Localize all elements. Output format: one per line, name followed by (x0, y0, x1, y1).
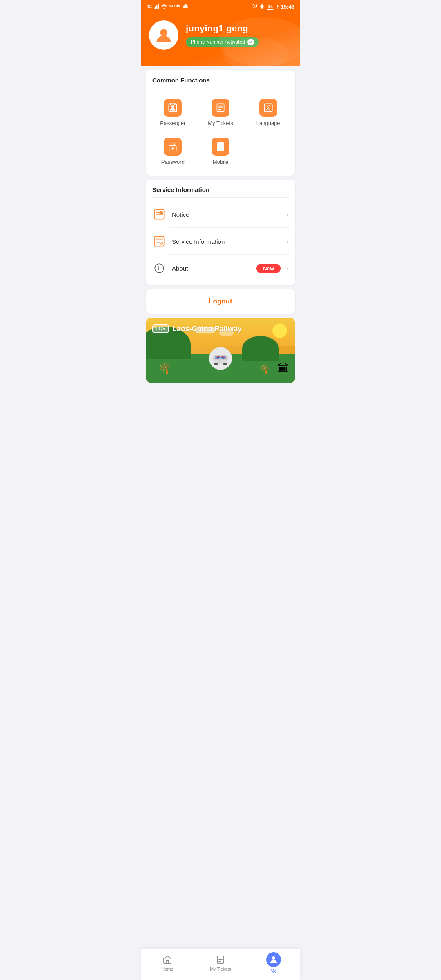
svg-text:A: A (269, 105, 271, 108)
svg-rect-4 (261, 4, 263, 8)
my-tickets-svg (215, 102, 226, 113)
notice-icon (152, 207, 166, 221)
service-info-svg (153, 235, 165, 247)
service-info-icon (152, 234, 166, 248)
wifi-icon (161, 4, 167, 9)
service-info-chevron: › (286, 237, 289, 246)
user-header: junying1 geng Phone Number Activated (141, 13, 300, 66)
charging-icon (276, 4, 279, 9)
username: junying1 geng (186, 23, 259, 34)
func-language[interactable]: 文 A Language (244, 95, 292, 130)
service-list: Notice › Service Information › (146, 198, 295, 285)
svg-rect-1 (155, 7, 156, 9)
signal-icon (154, 4, 159, 9)
password-icon (164, 138, 182, 156)
svg-rect-43 (223, 363, 227, 365)
train-svg (208, 346, 233, 371)
cloud-icon (182, 4, 189, 9)
check-icon (247, 39, 254, 45)
svg-rect-5 (260, 6, 261, 8)
user-info: junying1 geng Phone Number Activated (186, 23, 259, 47)
phone-badge: Phone Number Activated (186, 37, 259, 47)
banner-train (208, 346, 233, 371)
svg-point-25 (159, 211, 163, 214)
my-tickets-label: My Tickets (208, 120, 233, 126)
language-label: Language (256, 120, 280, 126)
banner-sun (272, 323, 287, 338)
svg-rect-0 (154, 7, 155, 9)
about-svg: i (153, 262, 165, 274)
mobile-svg (215, 141, 226, 152)
language-svg: 文 A (263, 102, 274, 113)
vibrate-icon (259, 4, 265, 9)
functions-grid-row1: Passenger My Tickets 文 A (146, 88, 295, 134)
notice-label: Notice (172, 211, 285, 218)
data-speed: 24 B/s (169, 4, 180, 9)
common-functions-card: Common Functions Passenger (146, 70, 295, 176)
battery-level: 85 (268, 4, 273, 9)
common-functions-title: Common Functions (146, 70, 295, 88)
logout-text: Logout (209, 297, 232, 305)
password-svg (167, 141, 178, 152)
svg-rect-42 (214, 363, 218, 365)
svg-point-33 (160, 242, 163, 245)
new-badge: New (256, 264, 281, 273)
mobile-icon (212, 138, 229, 156)
svg-rect-11 (174, 103, 176, 105)
func-my-tickets[interactable]: My Tickets (197, 95, 245, 130)
phone-badge-text: Phone Number Activated (191, 39, 245, 45)
network-indicator: 4G (147, 4, 152, 9)
lcr-logo: LCR (152, 324, 169, 333)
alarm-icon (252, 4, 258, 9)
mobile-label: Mobile (213, 159, 228, 165)
battery-container: 85 (267, 4, 274, 10)
func-mobile[interactable]: Mobile (197, 134, 245, 169)
service-item-about[interactable]: i About New › (146, 255, 295, 282)
functions-grid-row2: Password Mobile (146, 134, 295, 176)
my-tickets-icon (212, 99, 229, 117)
service-item-service-info[interactable]: Service Information › (146, 228, 295, 255)
svg-rect-2 (156, 5, 158, 9)
svg-text:i: i (158, 265, 159, 272)
svg-point-34 (155, 264, 163, 272)
passenger-icon (164, 99, 182, 117)
passenger-label: Passenger (160, 120, 185, 126)
svg-point-23 (220, 149, 221, 150)
svg-point-20 (172, 147, 174, 149)
notice-svg (153, 208, 165, 220)
service-item-notice[interactable]: Notice › (146, 201, 295, 228)
service-information-card: Service Information Notice › (146, 180, 295, 285)
svg-point-9 (172, 105, 174, 108)
about-chevron: › (286, 264, 289, 273)
func-password[interactable]: Password (149, 134, 197, 169)
banner-title-text: Laos-China Railway (172, 325, 242, 333)
service-info-label: Service Information (172, 238, 285, 245)
svg-rect-29 (154, 236, 164, 246)
banner-building: 🏛 (278, 361, 289, 375)
svg-rect-3 (158, 4, 159, 9)
password-label: Password (161, 159, 185, 165)
logout-card[interactable]: Logout (146, 289, 295, 314)
svg-rect-6 (263, 6, 264, 8)
status-left: 4G 24 B/s (147, 4, 189, 9)
service-information-title: Service Information (146, 180, 295, 197)
svg-point-7 (160, 29, 167, 36)
passenger-svg (167, 102, 178, 113)
lcr-banner: 🌴 🌴 🏛 LCR Laos-China Railway (146, 318, 295, 383)
banner-title: LCR Laos-China Railway (152, 324, 242, 333)
about-icon: i (152, 261, 166, 275)
time-display: 15:46 (281, 4, 294, 10)
avatar-icon (155, 26, 173, 44)
status-right: 85 15:46 (252, 4, 294, 10)
status-bar: 4G 24 B/s 85 (141, 0, 300, 13)
banner-mountain-right (242, 336, 279, 361)
banner-palm-left: 🌴 (158, 361, 172, 375)
notice-chevron: › (286, 210, 289, 219)
svg-rect-10 (170, 103, 172, 105)
about-label: About (172, 265, 256, 272)
language-icon: 文 A (259, 99, 277, 117)
func-passenger[interactable]: Passenger (149, 95, 197, 130)
banner-palm-right: 🌴 (258, 363, 271, 375)
avatar (149, 20, 178, 50)
